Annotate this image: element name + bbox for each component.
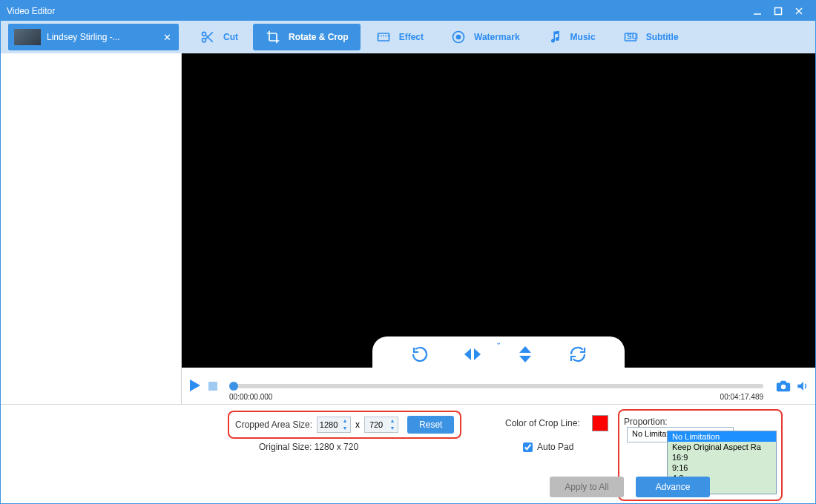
svg-point-11	[457, 36, 461, 39]
current-time: 00:00:00.000	[229, 393, 272, 401]
apply-to-all-button[interactable]: Apply to All	[550, 477, 624, 497]
proportion-label: Proportion:	[624, 417, 668, 427]
tab-subtitle[interactable]: SUB Subtitle	[611, 24, 691, 50]
subtitle-icon: SUB	[622, 29, 639, 45]
advance-button[interactable]: Advance	[636, 477, 710, 497]
title-bar: Video Editor	[1, 1, 815, 21]
top-strip: Lindsey Stirling -... ✕ Cut Rotate & Cro…	[1, 21, 815, 53]
minimize-button[interactable]	[747, 1, 768, 21]
crop-width-input[interactable]	[317, 420, 340, 429]
volume-button[interactable]	[796, 379, 809, 393]
stop-button[interactable]	[208, 382, 217, 391]
svg-text:SUB: SUB	[627, 33, 638, 41]
original-size-label: Original Size: 1280 x 720	[259, 442, 358, 452]
main-row: ⌄ 00:00:00.000 00:04:17.489	[1, 53, 815, 404]
cropped-area-label: Cropped Area Size:	[235, 420, 312, 430]
chevron-down-icon[interactable]: ⌄	[496, 338, 501, 346]
tab-cut[interactable]: Cut	[188, 24, 250, 50]
tab-label: Rotate & Crop	[289, 32, 349, 42]
tab-label: Music	[570, 32, 596, 42]
crop-height-field[interactable]: ▲▼	[364, 417, 398, 433]
watermark-icon	[450, 29, 467, 45]
tool-tabs: Cut Rotate & Crop Effect Watermark Music…	[183, 22, 815, 52]
tab-label: Cut	[223, 32, 238, 42]
sidebar	[1, 53, 182, 404]
cropped-area-group: Cropped Area Size: ▲▼ x ▲▼ Reset	[228, 411, 461, 439]
refresh-button[interactable]	[567, 343, 589, 365]
proportion-option[interactable]: No Limitation	[668, 431, 776, 442]
seek-track[interactable]: 00:00:00.000 00:04:17.489	[229, 384, 763, 388]
crop-height-input[interactable]	[365, 420, 387, 429]
svg-rect-1	[775, 7, 782, 14]
seek-handle[interactable]	[229, 382, 238, 391]
tab-label: Effect	[399, 32, 424, 42]
crop-height-spinner[interactable]: ▲▼	[387, 417, 398, 432]
rotate-right-button[interactable]	[409, 343, 431, 365]
rotate-flip-panel: ⌄	[372, 336, 625, 368]
file-name: Lindsey Stirling -...	[47, 32, 161, 42]
file-close-icon[interactable]: ✕	[161, 32, 173, 43]
auto-pad-input[interactable]	[523, 442, 533, 452]
action-row: Apply to All Advance	[550, 477, 710, 497]
auto-pad-checkbox[interactable]: Auto Pad	[523, 442, 573, 452]
video-preview[interactable]	[182, 53, 815, 368]
proportion-option[interactable]: Keep Original Aspect Ra	[668, 442, 776, 452]
crop-width-spinner[interactable]: ▲▼	[340, 417, 350, 432]
bottom-panel: Cropped Area Size: ▲▼ x ▲▼ Reset Origina…	[1, 404, 815, 503]
transport-bar: 00:00:00.000 00:04:17.489	[182, 368, 815, 404]
svg-point-19	[781, 385, 786, 389]
flip-vertical-button[interactable]	[514, 343, 536, 365]
svg-point-4	[203, 32, 206, 36]
total-time: 00:04:17.489	[720, 393, 763, 401]
canvas-wrap: ⌄ 00:00:00.000 00:04:17.489	[182, 53, 815, 404]
svg-point-5	[203, 39, 206, 42]
file-thumbnail	[14, 29, 41, 45]
svg-marker-15	[474, 348, 481, 360]
crop-width-field[interactable]: ▲▼	[317, 417, 351, 433]
crop-icon	[265, 29, 281, 45]
svg-marker-17	[519, 356, 531, 362]
svg-marker-16	[519, 346, 531, 353]
proportion-option[interactable]: 16:9	[668, 452, 776, 462]
tab-watermark[interactable]: Watermark	[438, 24, 532, 50]
crop-line-color-label: Color of Crop Line:	[505, 418, 580, 428]
file-tab[interactable]: Lindsey Stirling -... ✕	[8, 24, 179, 50]
tab-rotate-crop[interactable]: Rotate & Crop	[253, 24, 361, 50]
svg-marker-18	[190, 379, 200, 391]
svg-rect-8	[378, 33, 389, 41]
snapshot-button[interactable]	[775, 378, 792, 394]
svg-marker-14	[464, 348, 471, 360]
tab-effect[interactable]: Effect	[363, 24, 435, 50]
flip-horizontal-button[interactable]	[461, 343, 484, 365]
close-button[interactable]	[789, 1, 809, 21]
reset-button[interactable]: Reset	[407, 416, 454, 434]
dimension-separator: x	[355, 420, 360, 430]
crop-line-color-swatch[interactable]	[592, 415, 608, 431]
music-icon	[547, 29, 563, 45]
maximize-button[interactable]	[768, 1, 789, 21]
play-button[interactable]	[188, 378, 204, 394]
svg-marker-20	[797, 382, 803, 391]
effect-icon	[375, 29, 392, 45]
tab-label: Watermark	[474, 32, 520, 42]
tab-music[interactable]: Music	[535, 24, 608, 50]
window-title: Video Editor	[7, 6, 747, 16]
proportion-option[interactable]: 9:16	[668, 462, 776, 473]
scissors-icon	[200, 29, 216, 45]
auto-pad-label: Auto Pad	[537, 442, 573, 452]
tab-label: Subtitle	[646, 32, 679, 42]
